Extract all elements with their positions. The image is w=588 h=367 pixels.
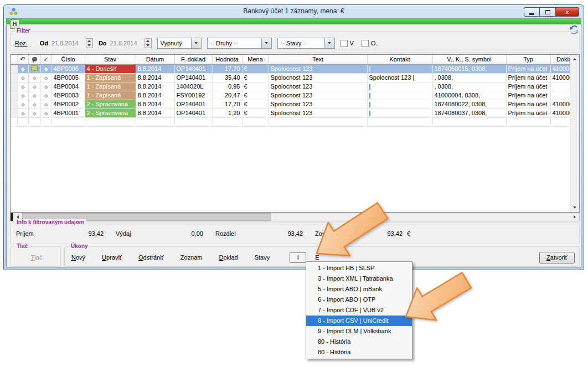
cell-text[interactable]: Spolocnost 123 — [269, 100, 367, 108]
cell-datum[interactable]: 8.8.2014 — [136, 73, 174, 82]
cell-typ[interactable]: Príjem na účet — [506, 91, 550, 100]
chevron-down-icon[interactable] — [261, 38, 272, 49]
status-badge[interactable]: 4 - Doriešiť — [85, 64, 136, 73]
cell-cislo[interactable]: 4BP0005 — [51, 73, 85, 82]
cell-symbol[interactable]: 1874080037, 0308, — [432, 108, 506, 117]
status-badge[interactable]: 1 - Zapísaná — [85, 91, 136, 100]
cell-hodnota[interactable]: 0,95 — [212, 82, 242, 91]
cell-cislo[interactable]: 4BP0003 — [51, 91, 85, 100]
date-from-field[interactable]: 21.8.2014 — [51, 40, 86, 46]
cell-typ[interactable]: Príjem na účet — [506, 108, 550, 117]
column-header-typ[interactable]: Typ — [506, 55, 550, 64]
cell-datum[interactable]: 8.8.2014 — [136, 108, 174, 117]
cell-datum[interactable]: 8.8.2014 — [136, 64, 174, 73]
column-header-mena[interactable]: Mena — [242, 55, 269, 64]
spinner-down-icon[interactable] — [86, 43, 92, 48]
date-from-spinner[interactable] — [86, 38, 93, 48]
druhy-select[interactable]: -- Druhy -- — [207, 38, 272, 49]
cell-fdoklad[interactable]: FSY00192 — [174, 91, 212, 100]
cell-text[interactable]: Spolocnost 123 — [269, 108, 367, 117]
date-to-spinner[interactable] — [145, 38, 152, 48]
filter-state-select[interactable]: Vypnutý — [157, 38, 202, 49]
titlebar[interactable]: Bankový účet 1 záznamy, mena: € x — [4, 5, 584, 18]
cell-mena[interactable]: € — [242, 91, 269, 100]
horizontal-scrollbar[interactable] — [10, 213, 580, 221]
column-header-text[interactable]: Text — [269, 55, 367, 64]
cell-cislo[interactable]: 4BP0002 — [51, 100, 85, 108]
cell-datum[interactable]: 8.8.2014 — [136, 91, 174, 100]
cell-hodnota[interactable]: 17,70 — [212, 100, 242, 108]
o-checkbox[interactable] — [362, 40, 369, 47]
cell-typ[interactable]: Príjem na účet — [506, 64, 550, 73]
scroll-right-icon[interactable] — [570, 213, 579, 221]
cell-kontakt[interactable]: | — [367, 100, 432, 108]
cell-kontakt[interactable]: | — [367, 108, 432, 117]
cell-kontakt[interactable]: | — [367, 91, 432, 100]
cell-symbol[interactable]: 41000004, 0308, — [432, 91, 506, 100]
column-header-datum[interactable]: Dátum — [136, 55, 174, 64]
column-header-cislo[interactable]: Číslo — [51, 55, 85, 64]
cell-symbol[interactable]: , 0308, — [432, 73, 506, 82]
chevron-down-icon[interactable] — [324, 38, 335, 49]
cell-kontakt[interactable]: | — [367, 82, 432, 91]
print-button[interactable]: Tlač — [31, 254, 43, 261]
cell-fdoklad[interactable]: OP140401 — [174, 100, 212, 108]
cell-cislo[interactable]: 4BP0006 — [51, 64, 85, 73]
chevron-down-icon[interactable] — [191, 38, 202, 49]
column-header-stav[interactable]: Stav — [85, 55, 136, 64]
delete-button[interactable]: Odstrániť — [138, 254, 164, 261]
minimize-button[interactable] — [524, 7, 540, 17]
column-header-hodnota[interactable]: Hodnota — [212, 55, 242, 64]
column-header-fdoklad[interactable]: F. doklad — [174, 55, 212, 64]
document-button[interactable]: Doklad — [219, 254, 238, 261]
undo-column-header[interactable]: ↶ — [17, 55, 28, 64]
menu-item-historia-2[interactable]: 80 - História — [306, 347, 412, 358]
close-window-button[interactable]: Zatvoriť — [539, 252, 575, 263]
check-column-header[interactable]: ✓ — [40, 55, 51, 64]
row-selector[interactable] — [11, 91, 17, 100]
table-row[interactable]: 4BP0002 2 - Spracovaná 8.8.2014 OP140401… — [11, 100, 580, 108]
cell-hodnota[interactable]: 1,20 — [212, 108, 242, 117]
cell-kontakt[interactable]: Spolocnost 123 | — [367, 73, 432, 82]
edit-button[interactable]: Upraviť — [102, 254, 122, 261]
cell-mena[interactable]: € — [242, 100, 269, 108]
list-button[interactable]: Zoznam — [180, 254, 203, 261]
v-checkbox[interactable] — [341, 40, 348, 47]
column-header-symbol[interactable]: V., K., S. symbol — [432, 55, 506, 64]
cell-text[interactable]: Spolocnost 123 — [269, 73, 367, 82]
close-button[interactable]: x — [556, 7, 579, 17]
cell-hodnota[interactable]: 35,40 — [212, 73, 242, 82]
menu-item-historia-1[interactable]: 80 - História — [306, 337, 412, 347]
stavy-select[interactable]: -- Stavy -- — [277, 38, 335, 49]
row-selector[interactable] — [11, 108, 17, 117]
cell-symbol[interactable]: , 0308, — [432, 82, 506, 91]
scroll-down-icon[interactable] — [570, 203, 579, 212]
spinner-down-icon[interactable] — [145, 43, 151, 48]
cell-mena[interactable]: € — [242, 82, 269, 91]
row-selector[interactable] — [11, 64, 17, 73]
cell-text[interactable]: Spolocnost 123 — [269, 64, 367, 73]
status-badge[interactable]: 2 - Spracovaná — [85, 100, 136, 108]
status-badge[interactable]: 1 - Zapísaná — [85, 82, 136, 91]
cell-hodnota[interactable]: 20,47 — [212, 91, 242, 100]
spinner-up-icon[interactable] — [86, 39, 92, 43]
vertical-scrollbar[interactable] — [570, 55, 579, 212]
cell-hodnota[interactable]: 17,70 — [212, 64, 242, 73]
cell-text[interactable]: Spolocnost 123 — [269, 91, 367, 100]
cell-typ[interactable]: Príjem na účet — [506, 100, 550, 108]
status-badge[interactable]: 2 - Spracovaná — [85, 108, 136, 117]
cell-kontakt[interactable]: | — [367, 64, 432, 73]
cell-cislo[interactable]: 4BP0001 — [51, 108, 85, 117]
cell-datum[interactable]: 8.8.2014 — [136, 82, 174, 91]
cell-typ[interactable]: Príjem na účet — [506, 82, 550, 91]
spinner-up-icon[interactable] — [145, 39, 151, 43]
date-to-field[interactable]: 21.8.2014 — [110, 40, 145, 46]
column-header-kontakt[interactable]: Kontakt — [367, 55, 432, 64]
new-button[interactable]: Nový — [71, 254, 85, 261]
cell-fdoklad[interactable]: 1404020L — [174, 82, 212, 91]
cell-datum[interactable]: 8.8.2014 — [136, 100, 174, 108]
cell-mena[interactable]: € — [242, 73, 269, 82]
table-row[interactable]: 4BP0004 1 - Zapísaná 8.8.2014 1404020L 0… — [11, 82, 580, 91]
maximize-button[interactable] — [540, 7, 556, 17]
comment-column-header[interactable] — [28, 55, 40, 64]
